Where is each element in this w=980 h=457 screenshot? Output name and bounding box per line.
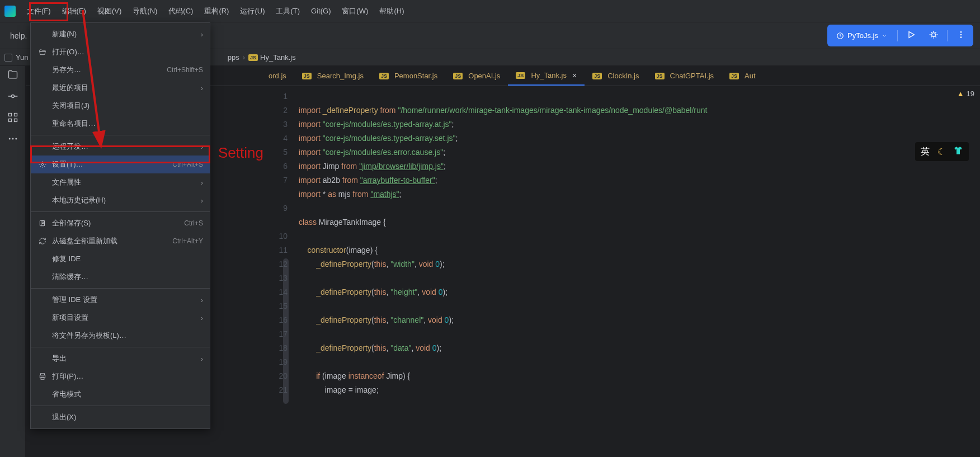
- chevron-right-icon: ›: [201, 84, 203, 92]
- menu-item-label: 文件属性: [52, 177, 196, 187]
- svg-rect-19: [41, 377, 44, 379]
- menu-item[interactable]: 设置(T)…Ctrl+Alt+S: [31, 156, 210, 173]
- menu-item[interactable]: 关闭项目(J): [31, 97, 210, 115]
- menu-item-label: 另存为…: [52, 65, 167, 75]
- menu-item[interactable]: 打开(O)…: [31, 43, 210, 61]
- chevron-down-icon: [882, 33, 887, 39]
- menu-shortcut: Ctrl+Alt+Y: [172, 237, 203, 245]
- menu-item[interactable]: 清除缓存…: [31, 268, 210, 286]
- editor-tab[interactable]: JSChatGPTAI.js: [647, 66, 722, 86]
- svg-rect-16: [42, 222, 43, 224]
- file-menu-dropdown: 新建(N)›打开(O)…另存为…Ctrl+Shift+S最近的项目›关闭项目(J…: [30, 22, 210, 429]
- menu-run[interactable]: 运行(U): [234, 4, 270, 18]
- menu-navigate[interactable]: 导航(N): [127, 4, 163, 18]
- menu-separator: [31, 288, 210, 289]
- menu-item[interactable]: 远程开发…›: [31, 138, 210, 156]
- menu-item[interactable]: 本地历史记录(H)›: [31, 191, 210, 209]
- menu-item-label: 打印(P)…: [52, 371, 203, 381]
- menu-item[interactable]: 退出(X): [31, 408, 210, 426]
- menu-item[interactable]: 重命名项目…: [31, 115, 210, 133]
- close-icon[interactable]: ×: [572, 71, 577, 80]
- debug-button[interactable]: [925, 27, 943, 44]
- chevron-right-icon: ›: [201, 178, 203, 187]
- menu-tools[interactable]: 工具(T): [270, 4, 305, 18]
- svg-point-2: [960, 31, 962, 33]
- menu-item-label: 远程开发…: [52, 142, 196, 152]
- menu-item-label: 关闭项目(J): [52, 101, 203, 111]
- menu-item-label: 最近的项目: [52, 83, 196, 93]
- svg-point-11: [12, 138, 13, 140]
- menu-item[interactable]: 打印(P)…: [31, 368, 210, 385]
- menu-item[interactable]: 全部保存(S)Ctrl+S: [31, 214, 210, 232]
- menu-item[interactable]: 将文件另存为模板(L)…: [31, 327, 210, 345]
- menu-separator: [31, 347, 210, 347]
- menu-file[interactable]: 文件(F): [21, 4, 56, 18]
- code-content[interactable]: import _defineProperty from "/home/runne…: [293, 86, 980, 457]
- gear-icon: [37, 161, 48, 168]
- breadcrumb-file[interactable]: Hy_Tank.js: [260, 53, 296, 62]
- editor-tab-active[interactable]: JSHy_Tank.js×: [508, 66, 585, 86]
- print-icon: [37, 373, 48, 380]
- menu-code[interactable]: 代码(C): [163, 4, 199, 18]
- divider: [897, 30, 898, 41]
- folder-open-icon: [37, 48, 48, 56]
- menu-item[interactable]: 文件属性›: [31, 173, 210, 191]
- chevron-right-icon: ›: [201, 355, 203, 363]
- warning-badge[interactable]: ▲ 19: [957, 89, 974, 98]
- scrollbar[interactable]: [283, 258, 289, 404]
- menu-item[interactable]: 从磁盘全部重新加载Ctrl+Alt+Y: [31, 232, 210, 250]
- menu-item-label: 退出(X): [52, 412, 203, 422]
- menu-separator: [31, 211, 210, 212]
- gutter: 12345679101112131415161718192021: [266, 86, 293, 457]
- shirt-icon: [953, 145, 963, 158]
- structure-tool-icon[interactable]: [7, 112, 18, 123]
- moon-icon: ☾: [937, 147, 945, 157]
- menu-shortcut: Ctrl+S: [184, 219, 203, 227]
- run-config-icon: [836, 32, 844, 40]
- editor-tab[interactable]: JSOpenAI.js: [445, 66, 508, 86]
- menu-separator: [31, 406, 210, 406]
- menu-window[interactable]: 窗口(W): [336, 4, 374, 18]
- editor-tab[interactable]: JSPemonStar.js: [371, 66, 445, 86]
- ime-lang: 英: [921, 146, 930, 158]
- menu-item[interactable]: 另存为…Ctrl+Shift+S: [31, 61, 210, 79]
- menu-item[interactable]: 新建(N)›: [31, 25, 210, 43]
- project-icon: [4, 54, 12, 62]
- menu-item-label: 导出: [52, 354, 196, 364]
- editor-tab[interactable]: JSClockIn.js: [585, 66, 647, 86]
- breadcrumb-root[interactable]: Yun: [16, 53, 28, 62]
- more-button[interactable]: [952, 27, 970, 44]
- menu-item-label: 本地历史记录(H): [52, 195, 196, 205]
- more-tool-icon[interactable]: [7, 133, 18, 144]
- svg-rect-6: [8, 114, 11, 116]
- menu-help[interactable]: 帮助(H): [374, 4, 409, 18]
- ime-indicator[interactable]: 英 ☾: [915, 142, 969, 161]
- menu-item[interactable]: 最近的项目›: [31, 79, 210, 97]
- menu-item-label: 省电模式: [52, 389, 203, 399]
- run-button[interactable]: [902, 27, 920, 44]
- js-badge-icon: JS: [302, 73, 312, 79]
- breadcrumb-sep: ›: [243, 53, 245, 62]
- menu-item[interactable]: 新项目设置›: [31, 309, 210, 327]
- commit-tool-icon[interactable]: [7, 91, 18, 102]
- menubar: 文件(F) 编辑(E) 视图(V) 导航(N) 代码(C) 重构(R) 运行(U…: [0, 0, 980, 22]
- editor-tab[interactable]: JSAut: [722, 66, 764, 86]
- breadcrumb-seg[interactable]: pps: [228, 53, 239, 62]
- run-config-select[interactable]: PyToJs.js: [831, 29, 893, 42]
- svg-rect-7: [14, 114, 17, 116]
- menu-item[interactable]: 管理 IDE 设置›: [31, 291, 210, 309]
- project-tool-icon[interactable]: [7, 69, 18, 81]
- menu-git[interactable]: Git(G): [305, 4, 336, 17]
- menu-item[interactable]: 导出›: [31, 350, 210, 368]
- more-vert-icon: [957, 30, 965, 39]
- chevron-right-icon: ›: [201, 143, 203, 151]
- editor-tab[interactable]: JSSearch_Img.js: [294, 66, 371, 86]
- svg-point-4: [960, 36, 962, 38]
- menu-refactor[interactable]: 重构(R): [199, 4, 234, 18]
- menu-edit[interactable]: 编辑(E): [56, 4, 92, 18]
- menu-view[interactable]: 视图(V): [92, 4, 127, 18]
- bug-icon: [929, 30, 938, 39]
- menu-item[interactable]: 修复 IDE: [31, 250, 210, 268]
- editor-tab[interactable]: ord.js: [261, 66, 294, 86]
- menu-item[interactable]: 省电模式: [31, 385, 210, 403]
